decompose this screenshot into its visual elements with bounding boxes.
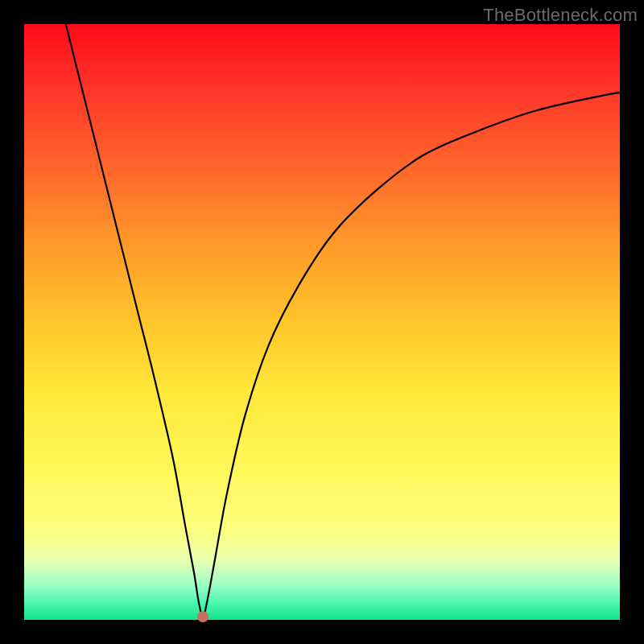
watermark-text: TheBottleneck.com: [483, 5, 638, 26]
chart-frame: TheBottleneck.com: [0, 0, 644, 644]
plot-area: [24, 24, 620, 620]
bottleneck-curve: [24, 24, 620, 620]
minimum-marker: [197, 611, 208, 622]
